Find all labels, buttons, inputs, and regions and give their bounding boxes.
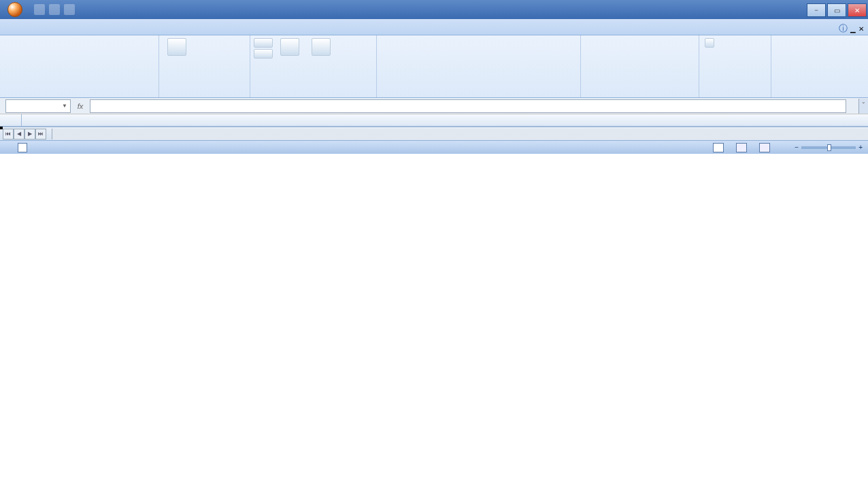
group-sort-filter (250, 35, 377, 97)
minimize-button[interactable]: － (807, 3, 826, 17)
sheet-nav-last[interactable]: ⏭ (35, 129, 46, 140)
select-all-corner[interactable] (0, 114, 22, 126)
group-outline (581, 35, 699, 97)
refresh-all-button[interactable] (162, 37, 192, 59)
sheet-tab-bar: ⏮ ◀ ▶ ⏭ (0, 127, 868, 140)
formula-bar: ▼ fx ⌄ (0, 98, 868, 114)
maximize-button[interactable]: ▭ (827, 3, 846, 17)
workbook-close-icon[interactable]: ✕ (858, 25, 864, 33)
ribbon-tabs: ⓘ ▁ ✕ (0, 19, 868, 35)
minimize-ribbon-icon[interactable]: ▁ (850, 25, 856, 33)
group-get-external-data (0, 35, 159, 97)
zoom-slider[interactable]: −+ (795, 144, 863, 151)
formula-input[interactable] (90, 99, 846, 113)
close-button[interactable]: ✕ (848, 3, 867, 17)
group-connections (159, 35, 250, 97)
view-normal-icon[interactable] (713, 143, 724, 152)
status-bar: −+ (0, 140, 868, 154)
worksheet-grid[interactable] (0, 114, 868, 127)
group-analysis (699, 35, 771, 97)
office-button[interactable] (0, 0, 30, 19)
sort-az-button[interactable] (253, 37, 273, 61)
undo-icon[interactable] (49, 4, 60, 15)
data-analysis-button[interactable] (702, 37, 720, 49)
sort-button[interactable] (275, 37, 305, 59)
help-icon[interactable]: ⓘ (839, 22, 848, 35)
filter-button[interactable] (306, 37, 336, 59)
title-bar: － ▭ ✕ (0, 0, 868, 19)
sheet-nav-first[interactable]: ⏮ (3, 129, 14, 140)
quick-access-toolbar (30, 4, 79, 15)
chevron-down-icon[interactable]: ▼ (62, 103, 67, 109)
expand-formula-bar-icon[interactable]: ⌄ (858, 99, 868, 114)
fx-icon[interactable]: fx (71, 102, 90, 110)
ribbon (0, 35, 868, 98)
name-box[interactable]: ▼ (5, 99, 71, 113)
view-pagebreak-icon[interactable] (759, 143, 770, 152)
view-layout-icon[interactable] (736, 143, 747, 152)
sheet-nav-next[interactable]: ▶ (24, 129, 35, 140)
group-data-tools (377, 35, 581, 97)
macro-record-icon[interactable] (18, 143, 27, 152)
redo-icon[interactable] (64, 4, 75, 15)
horizontal-scrollbar[interactable] (52, 129, 868, 140)
save-icon[interactable] (34, 4, 45, 15)
sheet-nav-prev[interactable]: ◀ (14, 129, 24, 140)
